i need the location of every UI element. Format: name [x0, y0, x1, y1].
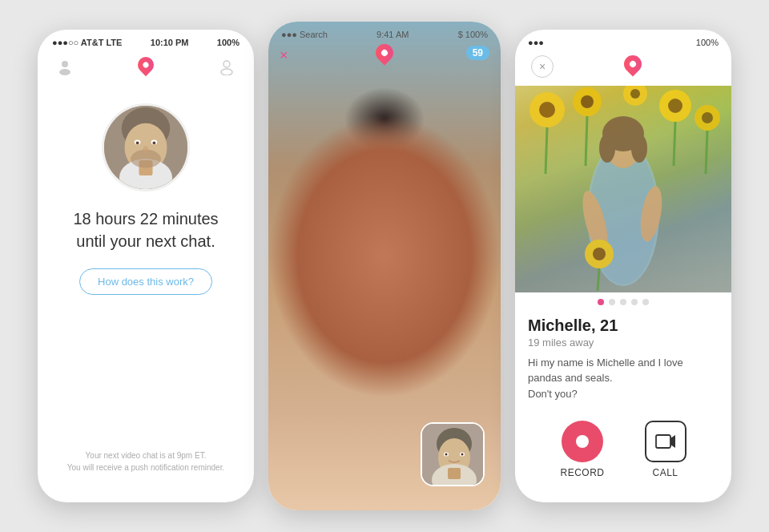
svg-point-25: [461, 453, 464, 456]
dot-1[interactable]: [598, 299, 604, 305]
status-left: ●●●: [528, 38, 544, 47]
close-button-2[interactable]: ×: [280, 47, 288, 64]
record-button[interactable]: [562, 421, 603, 462]
phone-screen-2: ●●● Search 9:41 AM $ 100% × 59: [268, 22, 501, 510]
svg-point-35: [630, 89, 640, 99]
dot-2[interactable]: [609, 299, 615, 305]
record-action[interactable]: RECORD: [560, 421, 604, 478]
svg-point-24: [445, 453, 448, 456]
call-action[interactable]: CALL: [645, 421, 686, 478]
svg-point-49: [593, 248, 606, 260]
svg-point-13: [153, 141, 156, 144]
phone-screen-3: ●●● 100% ×: [515, 30, 731, 502]
countdown-display: 18 hours 22 minutesuntil your next chat.: [73, 208, 218, 252]
profile-name: Michelle, 21: [528, 316, 719, 335]
time-2: 9:41 AM: [376, 30, 409, 39]
svg-line-38: [674, 122, 675, 166]
svg-point-0: [62, 61, 68, 67]
svg-line-36: [546, 127, 547, 174]
call-button[interactable]: [645, 421, 686, 462]
status-bar-2: ●●● Search 9:41 AM $ 100%: [268, 22, 501, 42]
svg-point-31: [668, 99, 682, 113]
status-bar-1: ●●●○○ AT&T LTE 10:10 PM 100%: [38, 30, 254, 50]
action-buttons: RECORD CALL: [515, 408, 731, 502]
app-logo: [136, 57, 155, 76]
close-button-3[interactable]: ×: [531, 55, 554, 78]
carrier-1: ●●●○○ AT&T LTE: [52, 38, 122, 47]
svg-point-45: [631, 134, 647, 163]
svg-point-51: [576, 435, 589, 448]
how-does-this-work-button[interactable]: How does this work?: [79, 268, 212, 295]
profile-info: Michelle, 21 19 miles away Hi my name is…: [515, 313, 731, 409]
svg-rect-21: [448, 468, 461, 479]
battery-2: $ 100%: [458, 30, 488, 39]
svg-point-44: [599, 134, 615, 163]
svg-rect-52: [656, 435, 670, 448]
record-label: RECORD: [560, 467, 604, 478]
status-bar-3: ●●● 100%: [515, 30, 731, 50]
svg-point-27: [539, 102, 555, 118]
profile-photo: [515, 86, 731, 292]
svg-point-1: [59, 69, 70, 75]
svg-point-15: [143, 146, 149, 153]
self-video-thumbnail: [421, 422, 485, 486]
svg-point-33: [702, 112, 713, 123]
photo-dots: [515, 292, 731, 313]
nav-bar-1: [38, 50, 254, 84]
svg-point-3: [221, 69, 232, 75]
settings-icon[interactable]: [215, 55, 238, 78]
profile-distance: 19 miles away: [528, 337, 719, 349]
dot-5[interactable]: [642, 299, 649, 305]
message-badge: 59: [466, 46, 489, 60]
svg-line-37: [586, 116, 587, 166]
svg-line-39: [706, 131, 707, 174]
svg-point-12: [136, 141, 139, 144]
battery-1: 100%: [217, 38, 240, 47]
svg-line-50: [598, 268, 599, 291]
dot-3[interactable]: [620, 299, 626, 305]
footer-reminder: Your next video chat is at 9pm ET.You wi…: [48, 449, 244, 474]
profile-bio: Hi my name is Michelle and I love pandas…: [528, 355, 719, 402]
carrier-2: ●●● Search: [281, 30, 328, 39]
time-1: 10:10 PM: [151, 38, 189, 47]
status-right: 100%: [696, 38, 719, 47]
call-label: CALL: [652, 467, 678, 478]
svg-point-2: [223, 61, 230, 67]
svg-marker-53: [670, 435, 675, 448]
app-logo-2: [373, 44, 396, 66]
phone-screen-1: ●●●○○ AT&T LTE 10:10 PM 100%: [38, 30, 254, 502]
dot-4[interactable]: [631, 299, 638, 305]
user-avatar: [102, 103, 190, 191]
app-logo-3: [622, 55, 644, 78]
profile-icon[interactable]: [54, 55, 76, 78]
svg-point-29: [581, 95, 594, 108]
